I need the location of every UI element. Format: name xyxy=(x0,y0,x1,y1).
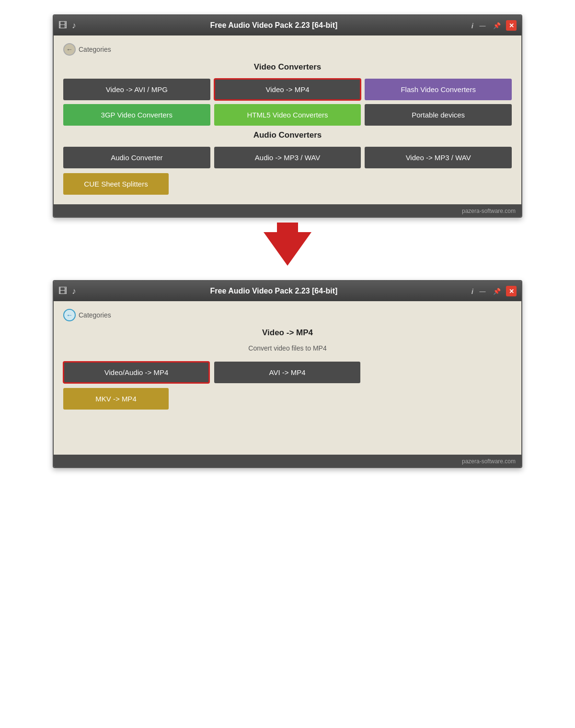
pin-button[interactable]: 📌 xyxy=(492,20,502,31)
info-icon-2[interactable]: i xyxy=(472,287,473,295)
music-icon-2: ♪ xyxy=(72,286,76,296)
window-body-2: ← Categories Video -> MP4 Convert video … xyxy=(54,301,521,455)
btn-mkv-mp4[interactable]: MKV -> MP4 xyxy=(63,388,169,410)
titlebar-1: 🎞 ♪ Free Audio Video Pack 2.23 [64-bit] … xyxy=(54,15,521,35)
titlebar-controls-2: i — 📌 ✕ xyxy=(472,286,517,296)
close-button-2[interactable]: ✕ xyxy=(506,286,517,296)
extra-buttons: CUE Sheet Splitters xyxy=(63,173,512,195)
minimize-button-2[interactable]: — xyxy=(477,286,488,296)
btn-cue-sheet[interactable]: CUE Sheet Splitters xyxy=(63,173,169,195)
btn-avi-mpg[interactable]: Video -> AVI / MPG xyxy=(63,79,210,100)
mp4-subtitle: Convert video files to MP4 xyxy=(63,344,512,352)
video-converters-header: Video Converters xyxy=(63,62,512,72)
btn-video-audio-mp4[interactable]: Video/Audio -> MP4 xyxy=(63,362,209,383)
close-button-1[interactable]: ✕ xyxy=(506,20,517,31)
mp4-buttons-row1: Video/Audio -> MP4 AVI -> MP4 xyxy=(63,362,360,383)
back-button-1[interactable]: ← xyxy=(63,43,76,56)
btn-portable[interactable]: Portable devices xyxy=(365,104,512,126)
titlebar-left-icons: 🎞 ♪ xyxy=(58,21,76,31)
btn-flash-video[interactable]: Flash Video Converters xyxy=(365,79,512,100)
window-1: 🎞 ♪ Free Audio Video Pack 2.23 [64-bit] … xyxy=(53,14,522,218)
btn-video-mp3-wav[interactable]: Video -> MP3 / WAV xyxy=(365,147,512,168)
film-icon-2: 🎞 xyxy=(58,286,67,296)
categories-label-2: Categories xyxy=(79,311,111,319)
audio-converters-header: Audio Converters xyxy=(63,130,512,140)
video-buttons-grid: Video -> AVI / MPG Video -> MP4 Flash Vi… xyxy=(63,79,512,126)
btn-audio-converter[interactable]: Audio Converter xyxy=(63,147,210,168)
minimize-button[interactable]: — xyxy=(477,20,488,31)
audio-buttons-grid: Audio Converter Audio -> MP3 / WAV Video… xyxy=(63,147,512,168)
window-title-2: Free Audio Video Pack 2.23 [64-bit] xyxy=(76,287,472,295)
titlebar-2: 🎞 ♪ Free Audio Video Pack 2.23 [64-bit] … xyxy=(54,281,521,301)
categories-nav-1: ← Categories xyxy=(63,43,512,56)
btn-3gp[interactable]: 3GP Video Converters xyxy=(63,104,210,126)
window-footer-1: pazera-software.com xyxy=(54,204,521,217)
titlebar-controls-1: i — 📌 ✕ xyxy=(472,20,517,31)
btn-mp4[interactable]: Video -> MP4 xyxy=(214,79,361,100)
window-body-1: ← Categories Video Converters Video -> A… xyxy=(54,35,521,204)
info-icon[interactable]: i xyxy=(472,22,473,30)
btn-html5[interactable]: HTML5 Video Converters xyxy=(214,104,361,126)
btn-avi-mp4[interactable]: AVI -> MP4 xyxy=(214,362,360,383)
window-footer-2: pazera-software.com xyxy=(54,455,521,467)
film-icon: 🎞 xyxy=(58,21,67,31)
window-2: 🎞 ♪ Free Audio Video Pack 2.23 [64-bit] … xyxy=(53,280,522,468)
back-button-2[interactable]: ← xyxy=(63,309,76,321)
music-icon: ♪ xyxy=(72,21,76,31)
window-title-1: Free Audio Video Pack 2.23 [64-bit] xyxy=(76,21,472,30)
btn-audio-mp3-wav[interactable]: Audio -> MP3 / WAV xyxy=(214,147,361,168)
footer-text-2: pazera-software.com xyxy=(462,458,516,465)
categories-label-1: Categories xyxy=(79,46,111,53)
footer-text-1: pazera-software.com xyxy=(462,208,516,214)
mp4-buttons-row2: MKV -> MP4 xyxy=(63,388,512,410)
titlebar-left-icons-2: 🎞 ♪ xyxy=(58,286,76,296)
down-arrow-icon xyxy=(264,232,311,266)
categories-nav-2: ← Categories xyxy=(63,309,512,321)
pin-button-2[interactable]: 📌 xyxy=(492,286,502,296)
down-arrow-container xyxy=(264,218,311,280)
mp4-header: Video -> MP4 xyxy=(63,328,512,338)
